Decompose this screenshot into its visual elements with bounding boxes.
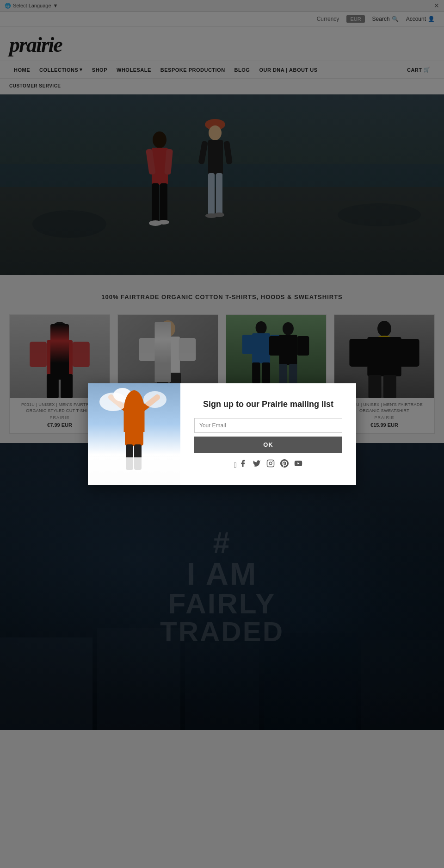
email-field[interactable] xyxy=(194,418,342,433)
svg-rect-69 xyxy=(267,460,274,467)
modal-image xyxy=(88,383,180,485)
pinterest-link[interactable] xyxy=(280,459,289,469)
pinterest-svg xyxy=(280,459,289,468)
youtube-link[interactable] xyxy=(294,459,302,469)
modal-content: Sign up to our Prairie mailing list OK  xyxy=(180,383,356,485)
svg-rect-62 xyxy=(125,413,143,446)
svg-point-64 xyxy=(143,391,166,408)
social-links:  xyxy=(194,459,342,469)
facebook-svg xyxy=(239,459,247,468)
modal-person-svg xyxy=(88,383,180,485)
instagram-svg xyxy=(266,459,275,468)
facebook-link[interactable]:  xyxy=(234,459,247,469)
twitter-link[interactable] xyxy=(253,459,261,469)
twitter-svg xyxy=(253,459,261,468)
svg-point-59 xyxy=(126,393,142,411)
facebook-icon:  xyxy=(234,461,237,469)
ok-button[interactable]: OK xyxy=(194,437,342,453)
svg-point-65 xyxy=(113,388,132,402)
youtube-svg xyxy=(294,459,302,468)
modal-title: Sign up to our Prairie mailing list xyxy=(194,399,342,410)
svg-rect-68 xyxy=(88,457,180,485)
modal-overlay[interactable]: Sign up to our Prairie mailing list OK  xyxy=(0,0,444,868)
modal-dialog: Sign up to our Prairie mailing list OK  xyxy=(88,383,356,485)
instagram-link[interactable] xyxy=(266,459,275,469)
